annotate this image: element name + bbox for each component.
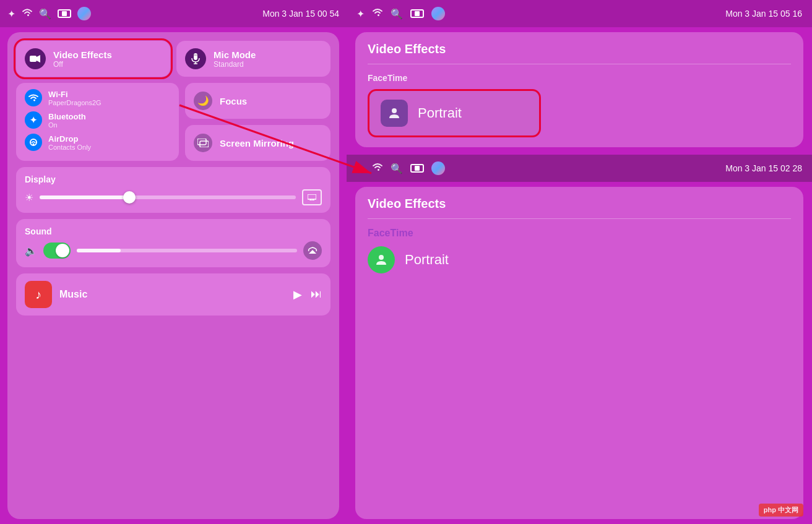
network-row: Wi-Fi PaperDragons2G ✦ Bluetooth On <box>16 83 330 161</box>
right-panel: ✦ 🔍 Mon 3 Jan 15 05 16 Video Effects Fac… <box>347 0 812 524</box>
ve-facetime-label-top: FaceTime <box>368 73 791 83</box>
right-menubar-top: ✦ 🔍 Mon 3 Jan 15 05 16 <box>347 0 812 27</box>
ve-title-top: Video Effects <box>368 42 791 56</box>
right-siri-icon[interactable] <box>431 7 445 20</box>
wifi-item[interactable]: Wi-Fi PaperDragons2G <box>25 89 170 106</box>
svg-rect-0 <box>30 56 37 62</box>
right-wifi-icon <box>372 8 383 19</box>
bluetooth-item[interactable]: ✦ Bluetooth On <box>25 111 170 129</box>
php-watermark: php 中文网 <box>759 504 803 517</box>
second-wifi-icon <box>372 163 383 174</box>
svg-point-15 <box>392 108 397 113</box>
menubar-time-left: Mon 3 Jan 15 00 54 <box>262 9 339 19</box>
brightness-icon: ☀ <box>25 192 33 204</box>
wifi-network-icon <box>25 89 42 106</box>
music-controls: ▶ ⏭ <box>293 288 322 301</box>
focus-tile[interactable]: 🌙 Focus <box>185 83 330 119</box>
video-effects-tile[interactable]: Video Effects Off <box>16 41 170 77</box>
bluetooth-network-icon: ✦ <box>25 111 42 129</box>
airplay-icon[interactable] <box>303 241 322 260</box>
sound-toggle[interactable] <box>43 243 71 259</box>
video-effects-icon <box>25 48 46 69</box>
screen-mirroring-tile[interactable]: Screen Mirroring <box>185 125 330 161</box>
second-bt-icon: ✦ <box>356 163 365 174</box>
ve-divider-bottom <box>368 218 791 219</box>
music-tile: ♪ Music ▶ ⏭ <box>16 273 330 316</box>
svg-rect-8 <box>197 139 206 145</box>
svg-point-7 <box>33 144 35 145</box>
control-center-icon[interactable] <box>58 9 71 18</box>
network-tile: Wi-Fi PaperDragons2G ✦ Bluetooth On <box>16 83 179 161</box>
sound-tile: Sound 🔈 <box>16 219 330 267</box>
video-effects-title: Video Effects <box>53 49 112 60</box>
video-effects-subtitle: Off <box>53 60 112 69</box>
right-search-icon[interactable]: 🔍 <box>391 8 403 20</box>
svg-marker-14 <box>309 250 316 254</box>
mic-mode-tile[interactable]: Mic Mode Standard <box>176 41 330 77</box>
second-siri-icon[interactable] <box>431 161 445 175</box>
video-effects-panel-bottom: Video Effects FaceTime Portrait <box>355 187 803 519</box>
airdrop-item[interactable]: AirDrop Contacts Only <box>25 134 170 151</box>
right-menubar-time-top: Mon 3 Jan 15 05 16 <box>725 9 802 19</box>
video-effects-text: Video Effects Off <box>53 49 112 69</box>
left-panel: ✦ 🔍 Mon 3 Jan 15 00 54 Video Effects Off <box>0 0 347 524</box>
svg-rect-10 <box>308 194 316 199</box>
airdrop-icon <box>25 134 42 151</box>
music-app-icon: ♪ <box>25 281 52 308</box>
display-slider-row: ☀ <box>25 189 322 205</box>
display-label: Display <box>25 174 322 184</box>
svg-rect-9 <box>200 141 209 147</box>
siri-icon[interactable] <box>77 7 91 20</box>
ve-facetime-label-bottom: FaceTime <box>368 228 791 239</box>
second-menubar-time: Mon 3 Jan 15 02 28 <box>725 163 802 173</box>
svg-marker-1 <box>37 55 40 62</box>
search-icon[interactable]: 🔍 <box>39 8 51 20</box>
video-effects-panel-top: Video Effects FaceTime Portrait <box>355 32 803 147</box>
screen-mirroring-label: Screen Mirroring <box>220 138 294 148</box>
wifi-network-text: Wi-Fi PaperDragons2G <box>48 90 102 106</box>
second-search-icon[interactable]: 🔍 <box>391 163 403 174</box>
portrait-button-bottom[interactable]: Portrait <box>368 246 791 273</box>
sound-toggle-knob <box>56 244 69 257</box>
display-tile: Display ☀ <box>16 167 330 213</box>
portrait-icon-bottom <box>368 246 395 273</box>
play-button[interactable]: ▶ <box>293 288 302 301</box>
wifi-icon <box>22 8 33 19</box>
bluetooth-label: Bluetooth <box>48 112 86 121</box>
mic-mode-text: Mic Mode Standard <box>214 49 256 69</box>
bluetooth-sub: On <box>48 121 86 129</box>
wifi-label: Wi-Fi <box>48 90 102 99</box>
brightness-slider[interactable] <box>40 195 296 199</box>
fast-forward-button[interactable]: ⏭ <box>311 288 322 301</box>
right-mini-tiles: 🌙 Focus Screen Mirroring <box>185 83 330 161</box>
second-menubar: ✦ 🔍 Mon 3 Jan 15 02 28 <box>347 155 812 182</box>
portrait-icon-top <box>381 100 408 127</box>
bluetooth-icon: ✦ <box>7 8 15 20</box>
second-cc-icon[interactable] <box>410 164 424 173</box>
sound-slider[interactable] <box>77 249 297 252</box>
ve-divider-top <box>368 64 791 64</box>
portrait-label-bottom: Portrait <box>405 252 449 268</box>
mic-mode-title: Mic Mode <box>214 49 256 60</box>
sound-slider-row: 🔈 <box>25 241 322 260</box>
focus-icon: 🌙 <box>194 92 212 110</box>
right-bt-icon: ✦ <box>356 8 365 20</box>
bluetooth-network-text: Bluetooth On <box>48 112 86 129</box>
sound-toggle-track[interactable] <box>43 243 71 259</box>
portrait-label-top: Portrait <box>418 105 462 121</box>
svg-rect-2 <box>194 53 197 60</box>
svg-point-16 <box>379 255 384 260</box>
volume-icon: 🔈 <box>25 245 37 257</box>
portrait-button-top[interactable]: Portrait <box>368 89 541 137</box>
screen-mirroring-icon <box>194 134 212 152</box>
display-screen-icon[interactable] <box>302 189 322 205</box>
right-cc-icon[interactable] <box>410 9 424 18</box>
left-menubar: ✦ 🔍 Mon 3 Jan 15 00 54 <box>0 0 347 27</box>
sound-label: Sound <box>25 226 322 236</box>
top-tiles-row: Video Effects Off Mic Mode Standard <box>16 41 330 77</box>
mic-mode-icon <box>185 48 206 69</box>
airdrop-label: AirDrop <box>48 134 91 144</box>
airdrop-sub: Contacts Only <box>48 144 91 151</box>
wifi-sub: PaperDragons2G <box>48 99 102 106</box>
focus-label: Focus <box>220 96 247 106</box>
